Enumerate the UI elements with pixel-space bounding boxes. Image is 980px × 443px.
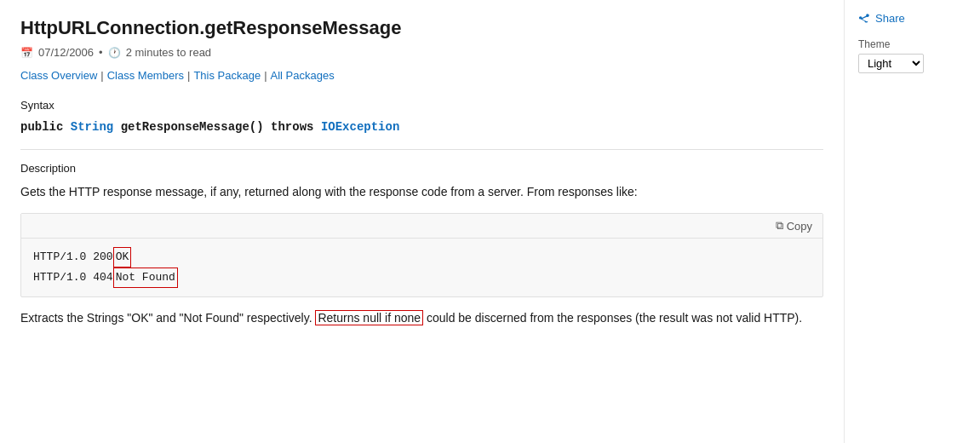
description-label: Description — [20, 162, 823, 175]
syntax-string-link[interactable]: String — [71, 120, 113, 134]
syntax-exception-link[interactable]: IOException — [321, 120, 399, 134]
code-line-1-highlighted: OK — [113, 247, 132, 268]
divider-1 — [20, 149, 823, 150]
breadcrumb-all-packages[interactable]: All Packages — [271, 69, 335, 82]
code-line-2-highlighted: Not Found — [113, 268, 178, 288]
syntax-section: Syntax public String getResponseMessage(… — [20, 99, 823, 134]
page-title: HttpURLConnection.getResponseMessage — [20, 17, 823, 39]
description-section: Description Gets the HTTP response messa… — [20, 162, 823, 201]
code-line-2-plain: HTTP/1.0 404 — [33, 268, 113, 287]
syntax-prefix: public — [20, 120, 71, 134]
breadcrumb-sep-3: | — [264, 69, 266, 82]
footer-text-after: could be discerned from the responses (t… — [423, 311, 802, 325]
footer-highlighted: Returns null if none — [315, 310, 423, 325]
clock-icon: 🕐 — [108, 47, 121, 59]
breadcrumb-class-overview[interactable]: Class Overview — [20, 69, 97, 82]
syntax-method: getResponseMessage() throws — [113, 120, 321, 134]
code-line-1-plain: HTTP/1.0 200 — [33, 248, 113, 267]
footer-text-before: Extracts the Strings "OK" and "Not Found… — [20, 311, 312, 325]
copy-label: Copy — [787, 220, 812, 233]
meta-date: 07/12/2006 — [38, 46, 94, 59]
breadcrumb-sep-1: | — [100, 69, 103, 82]
sidebar: Share Theme Light Dark — [844, 0, 980, 443]
share-label: Share — [875, 12, 905, 25]
meta-read-time: 2 minutes to read — [126, 46, 211, 59]
breadcrumb: Class Overview | Class Members | This Pa… — [20, 69, 823, 82]
code-line-1: HTTP/1.0 200 OK — [33, 247, 811, 268]
syntax-label: Syntax — [20, 99, 823, 112]
share-button[interactable]: Share — [858, 12, 966, 25]
theme-label: Theme — [858, 38, 966, 50]
breadcrumb-class-members[interactable]: Class Members — [107, 69, 184, 82]
description-text: Gets the HTTP response message, if any, … — [20, 183, 823, 201]
code-block: ⧉ Copy HTTP/1.0 200 OK HTTP/1.0 404 Not … — [20, 213, 823, 297]
meta-row: 📅 07/12/2006 • 🕐 2 minutes to read — [20, 46, 823, 59]
share-icon — [858, 13, 870, 25]
syntax-code: public String getResponseMessage() throw… — [20, 120, 823, 134]
theme-select[interactable]: Light Dark — [858, 54, 924, 73]
date-icon: 📅 — [20, 47, 33, 59]
breadcrumb-this-package[interactable]: This Package — [193, 69, 261, 82]
breadcrumb-sep-2: | — [187, 69, 190, 82]
code-line-2: HTTP/1.0 404 Not Found — [33, 268, 811, 288]
footer-text: Extracts the Strings "OK" and "Not Found… — [20, 309, 823, 327]
code-block-body: HTTP/1.0 200 OK HTTP/1.0 404 Not Found — [21, 239, 822, 296]
copy-icon: ⧉ — [776, 219, 783, 233]
copy-button[interactable]: ⧉ Copy — [772, 217, 816, 234]
code-toolbar: ⧉ Copy — [21, 214, 822, 239]
